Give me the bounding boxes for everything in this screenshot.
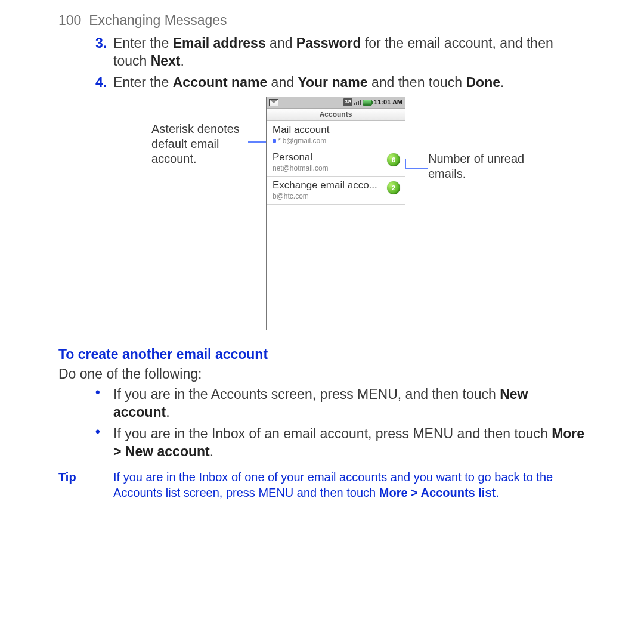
bullet-icon: • (95, 386, 113, 422)
network-icon: 3G (343, 98, 352, 106)
status-time: 11:01 AM (374, 98, 402, 106)
device-screenshot: 3G 11:01 AM Accounts Mail account *b@gma… (266, 97, 405, 330)
battery-icon (363, 100, 372, 106)
bullet-item: • If you are in the Accounts screen, pre… (95, 386, 586, 422)
tip: Tip If you are in the Inbox of one of yo… (58, 469, 586, 500)
callout-asterisk: Asterisk denotes default email account. (151, 122, 259, 166)
bullet-item: • If you are in the Inbox of an email ac… (95, 425, 586, 461)
subheading-lead: Do one of the following: (58, 366, 586, 383)
bullet-icon: • (95, 425, 113, 461)
bullet-list: • If you are in the Accounts screen, pre… (58, 386, 586, 461)
callout-unread: Number of unread emails. (428, 151, 547, 181)
tip-body: If you are in the Inbox of one of your e… (113, 469, 586, 500)
ordered-steps: 3. Enter the Email address and Password … (58, 35, 586, 92)
page-number: 100 (58, 13, 81, 28)
step-body: Enter the Email address and Password for… (113, 35, 586, 70)
account-row[interactable]: Personal net@hotmail.com 6 (267, 148, 405, 177)
step-number: 3. (95, 35, 113, 70)
account-name: Mail account (273, 123, 400, 137)
screen-title: Accounts (267, 109, 405, 121)
bullet-body: If you are in the Inbox of an email acco… (113, 425, 586, 461)
page-header: 100 Exchanging Messages (58, 12, 586, 30)
account-row[interactable]: Exchange email acco... b@htc.com 2 (267, 177, 405, 205)
mail-status-icon (269, 99, 278, 106)
bullet-body: If you are in the Accounts screen, press… (113, 386, 586, 422)
account-name: Exchange email acco... (273, 179, 400, 192)
signal-icon (354, 100, 361, 105)
step-4: 4. Enter the Account name and Your name … (95, 74, 586, 92)
status-bar: 3G 11:01 AM (267, 97, 405, 109)
section-title: Exchanging Messages (89, 13, 227, 28)
account-email: b@htc.com (273, 192, 400, 202)
default-account-icon (273, 139, 276, 143)
unread-badge: 2 (387, 181, 400, 194)
step-number: 4. (95, 74, 113, 92)
account-row[interactable]: Mail account *b@gmail.com (267, 121, 405, 149)
subheading-create-another: To create another email account (58, 346, 586, 364)
step-3: 3. Enter the Email address and Password … (95, 35, 586, 70)
tip-label: Tip (58, 469, 113, 500)
account-email: *b@gmail.com (273, 137, 400, 146)
figure: Asterisk denotes default email account. … (58, 97, 586, 335)
step-body: Enter the Account name and Your name and… (113, 74, 586, 92)
asterisk: * (278, 137, 281, 146)
account-email: net@hotmail.com (273, 164, 400, 174)
account-name: Personal (273, 151, 400, 164)
